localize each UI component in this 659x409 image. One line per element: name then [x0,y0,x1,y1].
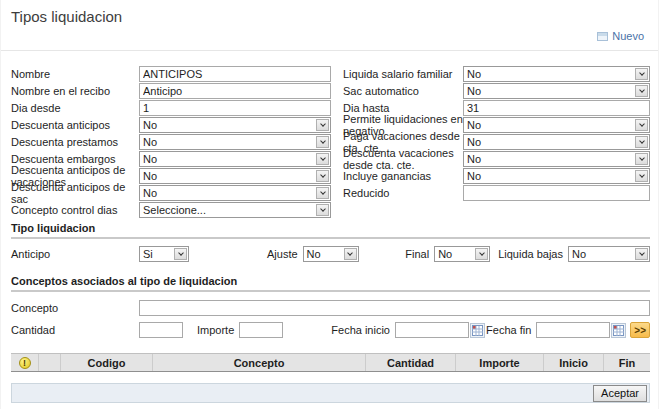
dia-hasta-input[interactable] [463,100,650,116]
nombre-input[interactable] [139,66,331,82]
importe-input[interactable] [239,322,283,338]
new-button[interactable]: Nuevo [597,30,644,42]
table-header-cantidad: Cantidad [366,354,456,371]
reducido-label: Reducido [343,187,463,199]
descuenta-anticipos-sac-label: Descuenta anticipos de sac [11,181,139,205]
chevron-down-icon [635,153,648,165]
table-header-importe: Importe [456,354,544,371]
form-column-left: Nombre Nombre en el recibo Dia desde Des… [11,65,331,218]
fecha-fin-calendar-button[interactable] [611,323,626,338]
page-header: Tipos liquidacion Nuevo [1,0,658,51]
liquida-salario-familiar-select[interactable]: No [463,66,650,82]
chevron-down-icon [316,119,329,131]
tipo-liquidacion-heading: Tipo liquidacion [11,222,650,234]
footer-bar: Aceptar [11,383,650,403]
nombre-recibo-input[interactable] [139,83,331,99]
form-row: Sac automatico No [343,82,650,99]
liquida-bajas-label: Liquida bajas [498,248,563,260]
reducido-input[interactable] [463,185,650,201]
cantidad-input[interactable] [139,322,183,338]
permite-liquidaciones-negativo-select[interactable]: No [463,117,650,133]
form-row: Liquida salario familiar No [343,65,650,82]
section-divider [11,237,650,239]
descuenta-prestamos-label: Descuenta prestamos [11,136,139,148]
concepto-control-dias-select[interactable]: Seleccione... [139,202,331,218]
chevron-down-icon [475,248,488,260]
cantidad-row: Cantidad Importe Fecha inicio Fecha fin [11,321,650,339]
chevron-down-icon [635,170,648,182]
sac-automatico-select[interactable]: No [463,83,650,99]
table-header-blank-cell [39,354,61,371]
new-document-icon [597,32,608,41]
accept-button[interactable]: Aceptar [593,385,647,402]
select-value: No [304,248,344,260]
descuenta-anticipos-vacaciones-select[interactable]: No [139,168,331,184]
table-header-codigo: Codigo [61,354,153,371]
chevron-down-icon [635,68,648,80]
incluye-ganancias-select[interactable]: No [463,168,650,184]
form-column-right: Liquida salario familiar No Sac automati… [343,65,650,218]
warning-icon [19,357,31,369]
select-value: No [464,68,635,80]
chevron-down-icon [316,136,329,148]
liquida-bajas-select[interactable]: No [568,246,650,262]
paga-vacaciones-cta-cte-select[interactable]: No [463,134,650,150]
descuenta-vacaciones-cta-cte-select[interactable]: No [463,151,650,167]
ajuste-select[interactable]: No [303,246,359,262]
concepto-row: Concepto [11,299,650,317]
descuenta-embargos-select[interactable]: No [139,151,331,167]
descuenta-anticipos-select[interactable]: No [139,117,331,133]
incluye-ganancias-label: Incluye ganancias [343,170,463,182]
anticipo-select[interactable]: Si [139,246,189,262]
fecha-inicio-label: Fecha inicio [331,324,390,336]
tipo-liquidacion-row: Anticipo Si Ajuste No Final No Liquida b… [11,245,650,263]
calendar-icon [472,325,483,336]
final-label: Final [405,248,429,260]
form-row: Descuenta prestamos No [11,133,331,150]
chevron-down-icon [316,187,329,199]
dia-desde-label: Dia desde [11,102,139,114]
ajuste-label: Ajuste [267,248,298,260]
fecha-inicio-calendar-button[interactable] [470,323,485,338]
select-value: No [435,248,475,260]
select-value: No [464,119,635,131]
dia-desde-input[interactable] [139,100,331,116]
table-header-fin: Fin [604,354,650,371]
fecha-fin-input[interactable] [536,322,610,338]
chevron-down-icon [344,248,357,260]
chevron-down-icon [316,170,329,182]
descuenta-anticipos-label: Descuenta anticipos [11,119,139,131]
chevron-down-icon [316,153,329,165]
main-form: Nombre Nombre en el recibo Dia desde Des… [11,65,650,218]
chevron-down-icon [635,136,648,148]
importe-label: Importe [197,324,234,336]
form-row: Nombre en el recibo [11,82,331,99]
table-header-icon-cell [11,354,39,371]
table-header-concepto: Concepto [153,354,366,371]
form-content: Nombre Nombre en el recibo Dia desde Des… [1,51,658,403]
chevron-down-icon [316,204,329,216]
form-row: Descuenta anticipos de sac No [11,184,331,201]
descuenta-anticipos-sac-select[interactable]: No [139,185,331,201]
chevron-down-icon [174,248,187,260]
final-select[interactable]: No [434,246,490,262]
tipos-liquidacion-page: Tipos liquidacion Nuevo Nombre Nombre en… [0,0,659,409]
form-row: Reducido [343,184,650,201]
descuenta-vacaciones-cta-cte-label: Descuenta vacaciones desde cta. cte. [343,147,463,171]
chevron-down-icon [635,248,648,260]
add-concepto-button[interactable]: >> [630,322,650,338]
fecha-inicio-input[interactable] [395,322,469,338]
calendar-icon [613,325,624,336]
cantidad-label: Cantidad [11,324,139,336]
conceptos-heading: Conceptos asociados al tipo de liquidaci… [11,275,650,287]
concepto-input[interactable] [139,300,650,316]
descuenta-prestamos-select[interactable]: No [139,134,331,150]
form-row: Nombre [11,65,331,82]
chevron-down-icon [635,85,648,97]
select-value: No [464,85,635,97]
new-button-label: Nuevo [612,30,644,42]
form-row: Concepto control dias Seleccione... [11,201,331,218]
section-divider [11,290,650,292]
nombre-label: Nombre [11,68,139,80]
select-value: No [464,136,635,148]
